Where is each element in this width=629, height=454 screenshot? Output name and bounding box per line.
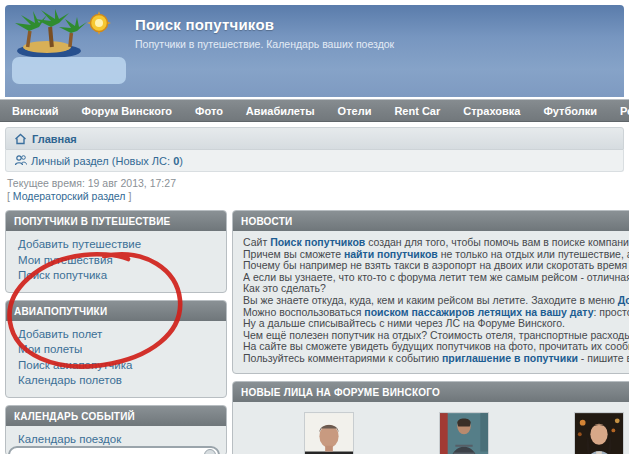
news-line: Можно воспользоваться поиском пассажиров… bbox=[243, 307, 629, 319]
personal-section-link[interactable]: Личный раздел (Новых ЛС: 0) bbox=[31, 155, 183, 167]
current-time: Текущее время: 19 авг 2013, 17:27 bbox=[7, 177, 176, 189]
breadcrumb-home-link[interactable]: Главная bbox=[32, 133, 77, 145]
nav-item-4[interactable]: Авиабилеты bbox=[246, 105, 315, 117]
home-icon bbox=[14, 133, 27, 145]
sun-compass-icon bbox=[87, 11, 111, 35]
news-panel: НОВОСТИ Сайт Поиск попутчиков создан для… bbox=[232, 210, 629, 374]
news-line: А если вы узнаете, что кто-то с форума л… bbox=[243, 272, 629, 284]
member-avatar[interactable] bbox=[439, 412, 489, 454]
sidebar-link[interactable]: Поиск попутчика bbox=[18, 268, 216, 284]
sidebar-link[interactable]: Календарь поездок bbox=[18, 432, 216, 448]
nav-item-7[interactable]: Страховка bbox=[463, 105, 520, 117]
news-line: На сайте вы сможете увидеть будущих попу… bbox=[243, 341, 629, 353]
sidebar-panel-body: Добавить путешествиеМои путешествияПоиск… bbox=[6, 231, 226, 292]
search-input[interactable] bbox=[8, 446, 220, 454]
sidebar-panel-body: Добавить полетМои полетыПоиск авиапопутч… bbox=[6, 321, 226, 397]
sidebar-panel-title: КАЛЕНДАРЬ СОБЫТИЙ bbox=[6, 406, 226, 426]
sidebar: ПОПУТЧИКИ В ПУТЕШЕСТВИЕДобавить путешест… bbox=[5, 210, 227, 454]
news-inline-link[interactable]: поиском пассажиров летящих на вашу дату bbox=[364, 307, 593, 318]
news-inline-link[interactable]: Поиск попутчиков bbox=[270, 237, 365, 248]
sidebar-link[interactable]: Мои полеты bbox=[18, 342, 216, 358]
nav-item-9[interactable]: Реклама bbox=[620, 105, 629, 117]
sidebar-link[interactable]: Добавить путешествие bbox=[18, 237, 216, 253]
news-line: Почему бы например не взять такси в аэро… bbox=[243, 260, 629, 272]
new-faces-title: НОВЫЕ ЛИЦА НА ФОРУМЕ ВИНСКОГО bbox=[233, 382, 629, 402]
news-line: Сайт Поиск попутчиков создан для того, ч… bbox=[243, 237, 629, 249]
sidebar-panel-title: АВИАПОПУТЧИКИ bbox=[6, 301, 226, 321]
page-header: Поиск попутчиков Попутчики в путешествие… bbox=[5, 5, 624, 97]
news-inline-link[interactable]: найти попутчиков bbox=[344, 249, 438, 260]
main-column: НОВОСТИ Сайт Поиск попутчиков создан для… bbox=[232, 210, 629, 454]
awd-forum-logo[interactable] bbox=[11, 9, 133, 97]
sidebar-link[interactable]: Календарь полетов bbox=[18, 373, 216, 389]
sidebar-panel-2: АВИАПОПУТЧИКИДобавить полетМои полетыПои… bbox=[5, 300, 227, 398]
news-body: Сайт Поиск попутчиков создан для того, ч… bbox=[233, 231, 629, 373]
nav-item-3[interactable]: Фото bbox=[195, 105, 223, 117]
page-subtitle: Попутчики в путешествие. Календарь ваших… bbox=[135, 38, 394, 50]
news-line: Чем ещё полезен попутчик на отдых? Стоим… bbox=[243, 330, 629, 342]
news-line: Как это сделать? bbox=[243, 283, 629, 295]
sidebar-panel-title: ПОПУТЧИКИ В ПУТЕШЕСТВИЕ bbox=[6, 211, 226, 231]
search-icon bbox=[204, 449, 216, 454]
nav-item-1[interactable]: Винский bbox=[12, 105, 59, 117]
main-nav: ВинскийФорум ВинскогоФотоАвиабилетыОтели… bbox=[0, 99, 629, 122]
sidebar-link[interactable]: Поиск авиапопутчика bbox=[18, 358, 216, 374]
news-panel-title: НОВОСТИ bbox=[233, 211, 629, 231]
nav-item-2[interactable]: Форум Винского bbox=[82, 105, 173, 117]
member-avatar[interactable] bbox=[574, 412, 624, 454]
member-card[interactable]: damsh (42) bbox=[261, 410, 396, 454]
personal-section-bar: Личный раздел (Новых ЛС: 0) bbox=[5, 150, 624, 172]
member-card[interactable]: Directx1 (28) bbox=[396, 410, 531, 454]
news-line: Ну а дальше списывайтесь с ними через ЛС… bbox=[243, 318, 629, 330]
page-title: Поиск попутчиков bbox=[135, 16, 274, 33]
new-faces-panel: НОВЫЕ ЛИЦА НА ФОРУМЕ ВИНСКОГО damsh (42) bbox=[232, 381, 629, 454]
sidebar-link[interactable]: Мои путешествия bbox=[18, 253, 216, 269]
news-inline-link[interactable]: Добавить полёт bbox=[618, 295, 629, 306]
new-faces-body: damsh (42) Directx1 (28) bbox=[233, 402, 629, 454]
sidebar-link[interactable]: Добавить полет bbox=[18, 327, 216, 343]
member-card[interactable]: telezhka (26) bbox=[531, 410, 629, 454]
news-line: Пользуйтесь комментариями к событию приг… bbox=[243, 353, 629, 365]
news-line: Вы же знаете откуда, куда, кем и каким р… bbox=[243, 295, 629, 307]
moderator-line: [ Модераторский раздел ] bbox=[7, 190, 131, 202]
member-avatar[interactable] bbox=[304, 412, 354, 454]
breadcrumb: Главная bbox=[5, 127, 624, 150]
news-line: Причем вы сможете найти попутчиков не то… bbox=[243, 249, 629, 261]
nav-item-5[interactable]: Отели bbox=[338, 105, 372, 117]
moderator-section-link[interactable]: Модераторский раздел bbox=[13, 190, 126, 202]
palm-island-icon bbox=[15, 9, 87, 58]
user-icon bbox=[14, 154, 28, 167]
nav-item-8[interactable]: Футболки bbox=[543, 105, 597, 117]
sidebar-panel-1: ПОПУТЧИКИ В ПУТЕШЕСТВИЕДобавить путешест… bbox=[5, 210, 227, 293]
news-inline-link[interactable]: приглашение в попутчики bbox=[442, 353, 578, 364]
nav-item-6[interactable]: Rent Car bbox=[394, 105, 440, 117]
